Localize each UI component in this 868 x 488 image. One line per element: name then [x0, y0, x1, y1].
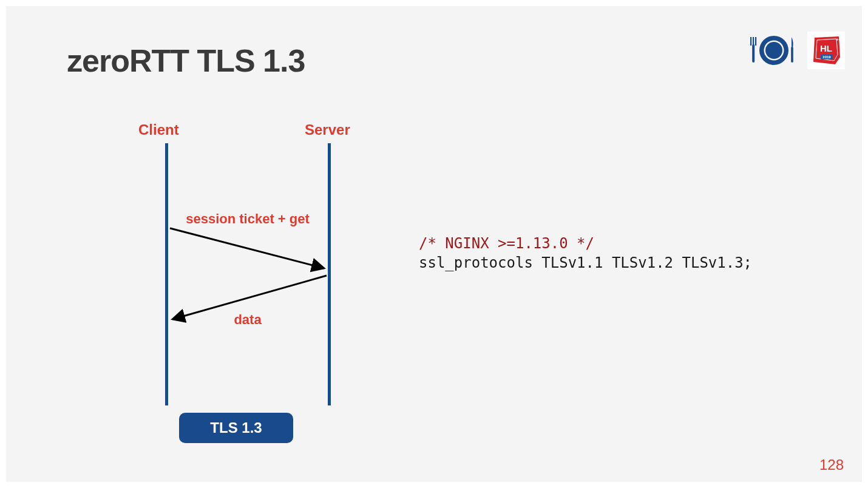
svg-rect-1 — [753, 37, 754, 46]
page-number: 128 — [819, 456, 844, 473]
code-block: /* NGINX >=1.13.0 */ ssl_protocols TLSv1… — [419, 234, 752, 273]
svg-rect-2 — [755, 37, 756, 46]
svg-text:HL: HL — [820, 43, 832, 53]
svg-line-15 — [170, 228, 324, 268]
message1-label: session ticket + get — [169, 211, 327, 227]
svg-point-6 — [765, 42, 782, 59]
slide: zeroRTT TLS 1.3 — [6, 6, 862, 482]
message-arrows — [165, 143, 332, 405]
client-label: Client — [138, 121, 179, 138]
svg-text:++: ++ — [836, 37, 842, 42]
logo-cluster: HL 2019 ++ — [748, 32, 845, 69]
message2-label: data — [169, 312, 327, 328]
protocol-badge: TLS 1.3 — [179, 413, 293, 443]
hl-logo-icon: HL 2019 ++ — [807, 32, 845, 69]
code-line-1: ssl_protocols TLSv1.1 TLSv1.2 TLSv1.3; — [419, 254, 752, 271]
svg-text:2019: 2019 — [822, 55, 831, 59]
sequence-diagram: Client Server session ticket + get data — [134, 121, 376, 449]
plate-cutlery-icon — [748, 32, 796, 69]
svg-rect-3 — [752, 44, 754, 63]
svg-rect-0 — [750, 37, 751, 46]
server-label: Server — [305, 121, 350, 138]
svg-rect-7 — [791, 47, 793, 63]
code-comment: /* NGINX >=1.13.0 */ — [419, 235, 594, 252]
slide-title: zeroRTT TLS 1.3 — [67, 42, 305, 79]
